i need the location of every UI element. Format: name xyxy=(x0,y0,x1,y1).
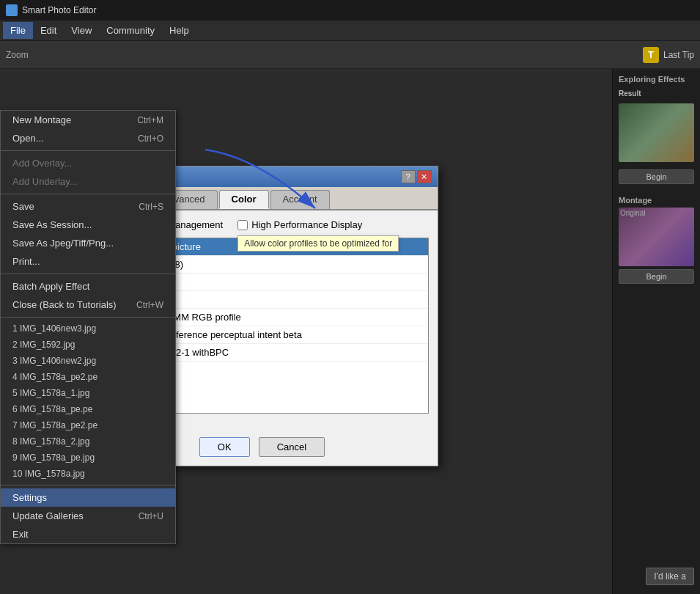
menu-view[interactable]: View xyxy=(64,22,99,39)
begin-button-2[interactable]: Begin xyxy=(619,269,694,284)
menu-save-as-session[interactable]: Save As Session... xyxy=(1,216,175,234)
exploring-effects-title: Exploring Effects xyxy=(619,75,694,84)
file-dropdown-menu: New Montage Ctrl+M Open... Ctrl+O Add Ov… xyxy=(0,110,176,544)
toolbar-tip: T Last Tip xyxy=(643,47,694,63)
montage-section: Montage Original Begin xyxy=(619,196,694,284)
separator-2 xyxy=(1,194,175,194)
begin-button-1[interactable]: Begin xyxy=(619,169,694,184)
dialog-titlebar-buttons: ? ✕ xyxy=(401,170,432,183)
app-title: Smart Photo Editor xyxy=(22,5,96,15)
menu-community[interactable]: Community xyxy=(99,22,162,39)
main-area: New Montage Ctrl+M Open... Ctrl+O Add Ov… xyxy=(0,69,700,594)
cancel-button[interactable]: Cancel xyxy=(259,437,325,457)
ok-button[interactable]: OK xyxy=(199,437,250,457)
separator-4 xyxy=(1,317,175,318)
dialog-help-button[interactable]: ? xyxy=(401,170,416,183)
tab-account[interactable]: Account xyxy=(270,190,330,209)
menu-add-underlay[interactable]: Add Underlay... xyxy=(1,172,175,191)
high-perf-display-label[interactable]: High Performance Display xyxy=(237,219,362,230)
high-perf-display-checkbox[interactable] xyxy=(237,220,248,230)
recent-file-8[interactable]: 8 IMG_1578a_2.jpg xyxy=(1,433,175,450)
menu-batch-apply[interactable]: Batch Apply Effect xyxy=(1,277,175,296)
right-sidebar: Exploring Effects Result Begin Montage O… xyxy=(612,69,700,594)
menu-add-overlay[interactable]: Add Overlay... xyxy=(1,154,175,172)
recent-file-9[interactable]: 9 IMG_1578a_pe.jpg xyxy=(1,450,175,466)
dialog-close-button[interactable]: ✕ xyxy=(417,170,432,183)
high-perf-tooltip: Allow color profiles to be optimized for xyxy=(237,235,399,252)
tip-icon: T xyxy=(643,47,659,63)
menu-help[interactable]: Help xyxy=(162,22,196,39)
recent-file-5[interactable]: 5 IMG_1578a_1.jpg xyxy=(1,385,175,401)
recent-file-1[interactable]: 1 IMG_1406new3.jpg xyxy=(1,320,175,337)
toolbar: Zoom T Last Tip xyxy=(0,41,700,69)
menu-open[interactable]: Open... Ctrl+O xyxy=(1,129,175,147)
app-icon xyxy=(6,4,18,16)
menu-close[interactable]: Close (Back to Tutorials) Ctrl+W xyxy=(1,296,175,314)
zoom-label: Zoom xyxy=(6,50,29,60)
result-image xyxy=(619,103,694,162)
recent-file-7[interactable]: 7 IMG_1578a_pe2.pe xyxy=(1,417,175,433)
i-like-a-button[interactable]: I'd like a xyxy=(646,568,694,585)
recent-file-2[interactable]: 2 IMG_1592.jpg xyxy=(1,337,175,353)
recent-file-4[interactable]: 4 IMG_1578a_pe2.pe xyxy=(1,369,175,385)
menu-settings[interactable]: Settings xyxy=(1,488,175,507)
menu-update-galleries[interactable]: Update Galleries Ctrl+U xyxy=(1,507,175,525)
menu-save-as-jpeg[interactable]: Save As Jpeg/Tiff/Png... xyxy=(1,234,175,252)
title-bar: Smart Photo Editor xyxy=(0,0,700,21)
recent-file-10[interactable]: 10 IMG_1578a.jpg xyxy=(1,466,175,482)
left-area: New Montage Ctrl+M Open... Ctrl+O Add Ov… xyxy=(0,69,612,594)
menu-edit[interactable]: Edit xyxy=(33,22,64,39)
menu-save[interactable]: Save Ctrl+S xyxy=(1,197,175,216)
result-label: Result xyxy=(619,89,694,98)
separator-5 xyxy=(1,485,175,485)
separator-3 xyxy=(1,274,175,274)
menu-file[interactable]: File xyxy=(3,22,33,39)
recent-file-3[interactable]: 3 IMG_1406new2.jpg xyxy=(1,353,175,369)
menu-exit[interactable]: Exit xyxy=(1,525,175,543)
montage-image-container: Original xyxy=(619,208,694,266)
tab-color[interactable]: Color xyxy=(219,190,269,209)
menu-new-montage[interactable]: New Montage Ctrl+M xyxy=(1,111,175,129)
montage-image: Original xyxy=(619,208,694,266)
montage-title: Montage xyxy=(619,196,694,205)
high-perf-section: High Performance Display Allow color pro… xyxy=(237,219,362,230)
menu-print[interactable]: Print... xyxy=(1,252,175,271)
original-label: Original xyxy=(620,209,645,217)
last-tip-label: Last Tip xyxy=(663,50,694,60)
recent-file-6[interactable]: 6 IMG_1578a_pe.pe xyxy=(1,401,175,417)
menu-bar: File Edit View Community Help xyxy=(0,21,700,41)
separator-1 xyxy=(1,150,175,151)
